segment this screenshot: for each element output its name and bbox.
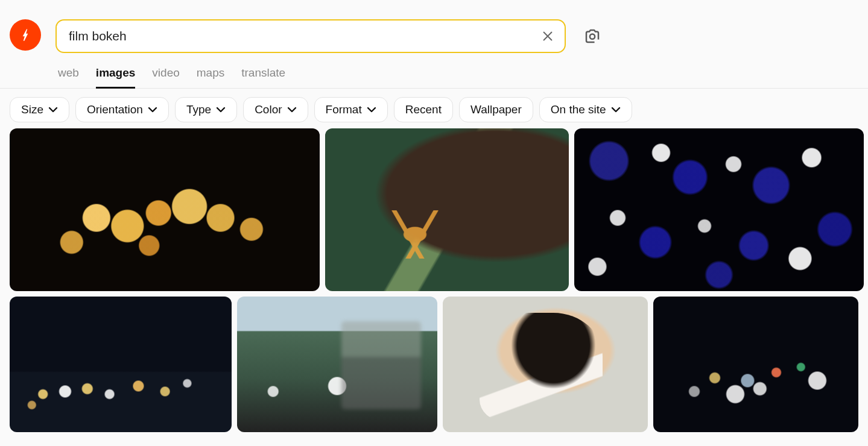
tab-translate[interactable]: translate	[241, 66, 285, 89]
search-input[interactable]	[69, 29, 540, 43]
result-golden-bokeh-heart[interactable]	[10, 128, 320, 291]
filter-label: Type	[186, 103, 211, 116]
results-row	[10, 128, 858, 291]
result-woman-flower-bokeh[interactable]	[325, 128, 569, 291]
result-blue-white-bokeh[interactable]	[574, 128, 864, 291]
tab-maps[interactable]: maps	[197, 66, 224, 89]
filter-label: Recent	[405, 103, 442, 116]
filter-type[interactable]: Type	[175, 97, 237, 122]
result-dark-street-bokeh[interactable]	[653, 297, 858, 432]
search-box	[55, 19, 566, 53]
chevron-down-icon	[611, 107, 621, 113]
filter-label: Color	[255, 103, 282, 116]
yandex-logo[interactable]	[10, 19, 41, 51]
filter-label: Format	[326, 103, 362, 116]
filter-size[interactable]: Size	[10, 97, 69, 122]
result-garden-blur[interactable]	[237, 297, 437, 432]
filter-wallpaper[interactable]: Wallpaper	[459, 97, 533, 122]
filter-on-site[interactable]: On the site	[539, 97, 632, 122]
chevron-down-icon	[287, 107, 297, 113]
tab-video[interactable]: video	[152, 66, 179, 89]
filter-orientation[interactable]: Orientation	[75, 97, 169, 122]
clear-search-button[interactable]	[540, 29, 555, 43]
results-row	[10, 297, 858, 432]
chevron-down-icon	[148, 107, 157, 113]
header-main: web images video maps translate	[55, 19, 610, 89]
close-icon	[541, 30, 554, 43]
search-row	[55, 19, 610, 53]
results-grid	[0, 128, 868, 446]
search-tabs: web images video maps translate	[55, 53, 610, 89]
svg-point-0	[590, 34, 595, 39]
chevron-down-icon	[367, 107, 376, 113]
chevron-down-icon	[48, 107, 58, 113]
filter-color[interactable]: Color	[243, 97, 308, 122]
tab-images[interactable]: images	[96, 66, 135, 89]
filter-bar: Size Orientation Type Color Format Recen…	[0, 89, 868, 128]
result-portrait-bokeh[interactable]	[443, 297, 648, 432]
tab-web[interactable]: web	[58, 66, 79, 89]
header: web images video maps translate	[0, 0, 868, 89]
filter-label: Size	[21, 103, 43, 116]
result-city-night-bokeh[interactable]	[10, 297, 232, 432]
chevron-down-icon	[216, 107, 226, 113]
filter-format[interactable]: Format	[314, 97, 388, 122]
filter-recent[interactable]: Recent	[394, 97, 453, 122]
filter-label: Orientation	[87, 103, 143, 116]
filter-label: On the site	[551, 103, 606, 116]
camera-icon	[583, 27, 601, 45]
filter-label: Wallpaper	[470, 103, 522, 116]
yandex-logo-icon	[17, 27, 33, 43]
image-search-button[interactable]	[583, 27, 602, 46]
